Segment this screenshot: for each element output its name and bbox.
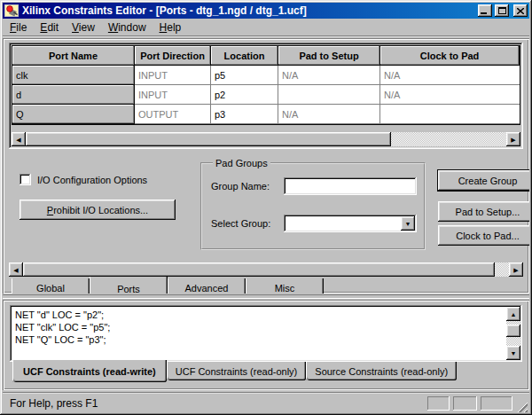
pad-groups-legend: Pad Groups [213, 158, 270, 168]
port-name-cell[interactable]: clk [12, 66, 135, 85]
scroll-left-icon[interactable]: ◀ [9, 262, 23, 277]
clock-to-pad-cell[interactable]: N/A [380, 66, 520, 85]
io-config-label: I/O Configuration Options [37, 175, 147, 185]
scrollbar-thumb[interactable] [23, 262, 495, 277]
scrollbar-thumb[interactable] [506, 325, 520, 337]
clock-to-pad-button[interactable]: Clock to Pad... [438, 225, 529, 246]
tab-misc[interactable]: Misc [246, 278, 324, 294]
port-name-cell[interactable]: d [12, 85, 135, 105]
pad-to-setup-button[interactable]: Pad to Setup... [438, 201, 529, 222]
pad-to-setup-cell[interactable] [278, 85, 380, 105]
close-icon [517, 8, 524, 14]
tab-global[interactable]: Global [12, 278, 90, 294]
minimize-button[interactable] [478, 4, 492, 17]
clock-to-pad-cell[interactable]: N/A [380, 85, 520, 105]
scroll-left-icon[interactable]: ◀ [12, 132, 26, 146]
scroll-right-icon[interactable]: ▶ [506, 132, 520, 146]
titlebar[interactable]: Xilinx Constraints Editor - [Ports - dtg… [3, 3, 529, 19]
app-icon[interactable] [4, 4, 19, 17]
file-tabstrip: UCF Constraints (read-write) UCF Constra… [10, 362, 522, 387]
select-group-row: Select Group: ▼ [211, 215, 417, 232]
clock-to-pad-cell[interactable] [380, 105, 520, 124]
group-name-row: Group Name: [211, 177, 417, 195]
splitter[interactable] [3, 294, 529, 299]
status-pane [481, 396, 512, 411]
menu-view[interactable]: View [66, 19, 102, 36]
pad-to-setup-cell[interactable]: N/A [278, 66, 380, 85]
menu-window[interactable]: Window [102, 19, 153, 36]
page-tabstrip: Global Ports Advanced Misc [9, 278, 523, 294]
ports-table-panel: Port Name Port Direction Location Pad to… [9, 43, 523, 149]
tab-ports[interactable]: Ports [90, 277, 168, 294]
group-name-label: Group Name: [211, 181, 284, 192]
scroll-up-icon[interactable]: ▲ [506, 307, 520, 321]
status-pane [427, 396, 450, 411]
minimize-icon [481, 12, 487, 14]
scroll-down-icon[interactable]: ▼ [506, 346, 520, 360]
page-hscrollbar: ◀ ▶ [9, 262, 523, 277]
io-options-column: I/O Configuration Options Prohibit I/O L… [9, 156, 200, 255]
create-group-button[interactable]: Create Group [438, 170, 529, 191]
tab-advanced[interactable]: Advanced [168, 278, 246, 294]
col-header-port-name: Port Name [12, 46, 135, 66]
status-pane [453, 396, 477, 411]
table-hscrollbar: ◀ ▶ [12, 132, 520, 146]
close-button[interactable] [513, 4, 528, 17]
maximize-button[interactable] [495, 4, 509, 17]
pad-to-setup-cell[interactable]: N/A [278, 105, 380, 124]
resize-grip[interactable] [516, 401, 528, 412]
menu-edit[interactable]: Edit [34, 19, 66, 36]
window-title: Xilinx Constraints Editor - [Ports - dtg… [21, 4, 475, 17]
constraints-textview[interactable]: NET "d" LOC = "p2";NET "clk" LOC = "p5";… [10, 305, 522, 362]
select-group-value [284, 215, 399, 232]
menu-file[interactable]: File [4, 19, 34, 36]
scrollbar-thumb[interactable] [26, 132, 391, 146]
scroll-right-icon[interactable]: ▶ [509, 262, 523, 277]
group-name-input[interactable] [284, 177, 417, 195]
direction-cell[interactable]: INPUT [135, 85, 211, 105]
io-config-option[interactable]: I/O Configuration Options [20, 174, 200, 185]
pad-group-buttons: Create Group Pad to Setup... Clock to Pa… [426, 156, 529, 255]
controls-section: I/O Configuration Options Prohibit I/O L… [9, 156, 523, 255]
output-vscrollbar: ▲ ▼ [506, 307, 520, 360]
scrollbar-track[interactable] [23, 262, 509, 277]
select-group-dropdown[interactable]: ▼ [284, 215, 417, 232]
maximize-icon [498, 7, 506, 14]
table-empty-area [12, 125, 520, 132]
col-header-port-direction: Port Direction [135, 46, 211, 66]
col-header-pad-to-setup: Pad to Setup [278, 46, 380, 66]
col-header-location: Location [211, 46, 278, 66]
menubar: File Edit View Window Help [3, 19, 529, 36]
col-header-clock-to-pad: Clock to Pad [380, 46, 520, 66]
pad-groups-groupbox: Pad Groups Group Name: Select Group: ▼ [200, 158, 426, 250]
menu-help[interactable]: Help [153, 19, 189, 36]
direction-cell[interactable]: INPUT [135, 66, 211, 85]
tab-ucf-read-only[interactable]: UCF Constraints (read-only) [167, 362, 307, 380]
ports-page-panel: Port Name Port Direction Location Pad to… [3, 38, 529, 294]
scrollbar-track[interactable] [506, 321, 520, 346]
io-config-checkbox[interactable] [20, 174, 31, 185]
location-cell[interactable]: p3 [211, 105, 278, 124]
tab-ucf-read-write[interactable]: UCF Constraints (read-write) [12, 360, 167, 382]
constraints-text[interactable]: NET "d" LOC = "p2";NET "clk" LOC = "p5";… [12, 307, 506, 360]
ports-table: Port Name Port Direction Location Pad to… [12, 45, 520, 125]
port-name-cell[interactable]: Q [12, 105, 135, 124]
constraints-output-panel: NET "d" LOC = "p2";NET "clk" LOC = "p5";… [3, 300, 529, 390]
location-cell[interactable]: p5 [211, 66, 278, 85]
select-group-label: Select Group: [211, 218, 284, 229]
status-bar: For Help, press F1 [3, 392, 529, 412]
direction-cell[interactable]: OUTPUT [135, 105, 211, 124]
prohibit-io-locations-button[interactable]: Prohibit I/O Locations... [20, 200, 176, 220]
status-message: For Help, press F1 [10, 397, 424, 410]
chevron-down-icon[interactable]: ▼ [401, 216, 415, 231]
app-window: Xilinx Constraints Editor - [Ports - dtg… [0, 0, 532, 415]
scrollbar-track[interactable] [26, 132, 506, 146]
tab-source-read-only[interactable]: Source Constraints (read-only) [306, 362, 457, 380]
location-cell[interactable]: p2 [211, 85, 278, 105]
